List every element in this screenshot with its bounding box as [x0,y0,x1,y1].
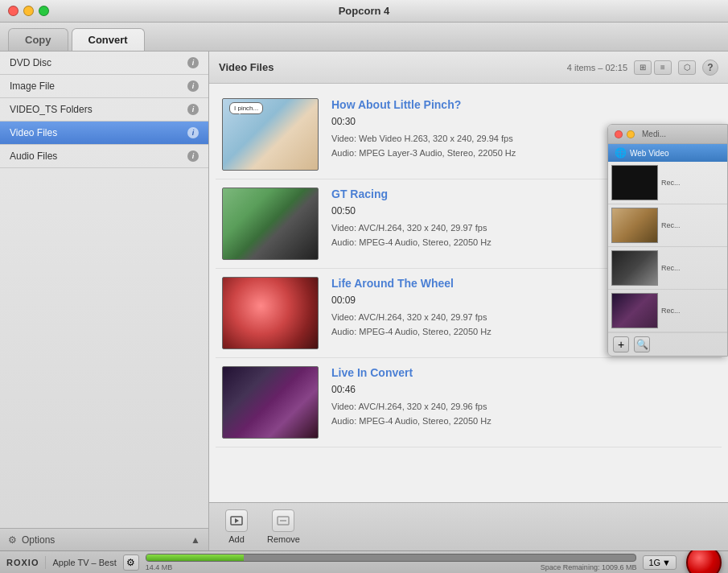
sidebar-item-video-files[interactable]: Video Files i [0,122,208,145]
sidebar-item-image-file[interactable]: Image File i [0,75,208,98]
window-title: Popcorn 4 [339,5,390,17]
list-item[interactable]: Rec... [608,204,727,247]
options-label: Options [22,534,55,546]
status-bar: ROXIO Apple TV – Best ⚙ 14.4 MB Space Re… [0,550,728,573]
media-thumb-label-2: Rec... [661,264,681,272]
media-panel-title-bar: Medi... [608,125,727,144]
options-icon: ⚙ [8,534,17,546]
media-thumb-2 [611,250,658,286]
media-thumb-0 [611,165,658,200]
media-thumb-label-3: Rec... [661,307,681,315]
title-bar: Popcorn 4 [0,0,728,23]
grid-view-button[interactable]: ⊞ [634,60,652,75]
progress-area: 14.4 MB Space Remaining: 1009.6 MB [146,554,637,571]
content-area: DVD Disc i Image File i VIDEO_TS Folders… [0,52,728,550]
list-item[interactable]: Rec... [608,247,727,290]
remove-button[interactable]: Remove [261,506,306,547]
video-info-3: Live In Convert 00:46 Video: AVC/H.264, … [331,366,715,428]
media-panel-close[interactable] [615,130,623,138]
help-button[interactable]: ? [702,60,718,76]
options-bar: ⚙ Options ▲ [0,528,208,550]
media-panel-tab-label: Web Video [630,149,669,158]
sidebar-label-image-file: Image File [10,80,55,92]
main-header: Video Files 4 items – 02:15 ⊞ ≡ ⬡ ? [209,52,728,84]
view-icons: ⊞ ≡ [634,60,672,75]
video-thumbnail-2 [222,277,319,349]
space-remaining: Space Remaining: 1009.6 MB [541,563,637,571]
sidebar-label-video-ts: VIDEO_TS Folders [10,104,93,115]
table-row: Live In Convert 00:46 Video: AVC/H.264, … [216,358,722,447]
globe-icon: 🌐 [615,147,627,159]
close-button[interactable] [8,6,19,16]
video-meta-3: Video: AVC/H.264, 320 x 240, 29.96 fps A… [331,400,715,428]
video-title-3: Live In Convert [331,366,715,379]
list-view-button[interactable]: ≡ [654,60,672,75]
info-icon-video-files[interactable]: i [187,127,199,138]
info-icon-video-ts[interactable]: i [187,104,199,115]
export-button[interactable]: ⬡ [678,60,696,75]
chevron-down-icon: ▼ [662,558,671,567]
media-search-button[interactable]: 🔍 [634,336,650,352]
media-panel-tab[interactable]: 🌐 Web Video [608,144,727,162]
video-thumbnail-1 [222,188,319,260]
sidebar-label-audio-files: Audio Files [10,150,57,162]
svg-marker-1 [235,518,239,523]
remove-label: Remove [267,534,300,544]
media-panel-footer: + 🔍 [608,332,727,356]
add-icon [225,509,248,532]
media-panel-title-text: Medi... [642,130,666,138]
sidebar-item-dvd-disc[interactable]: DVD Disc i [0,52,208,75]
main-header-title: Video Files [219,61,274,73]
sidebar-label-video-files: Video Files [10,127,57,138]
info-icon-audio-files[interactable]: i [187,150,199,162]
sidebar: DVD Disc i Image File i VIDEO_TS Folders… [0,52,209,550]
add-label: Add [228,534,245,544]
settings-button[interactable]: ⚙ [123,554,139,571]
app-container: Copy Convert DVD Disc i Image File i VID… [0,23,728,573]
media-panel: Medi... 🌐 Web Video Rec... Rec... [607,124,728,357]
tab-copy[interactable]: Copy [8,28,68,51]
list-item[interactable]: Rec... [608,162,727,204]
progress-labels: 14.4 MB Space Remaining: 1009.6 MB [146,563,637,571]
media-thumb-label-1: Rec... [661,221,681,229]
media-add-button[interactable]: + [613,336,629,352]
media-thumb-3 [611,293,658,328]
progress-bar-fill [146,554,245,561]
list-item[interactable]: Rec... [608,290,727,332]
bottom-toolbar: Add Remove [209,502,728,550]
video-thumbnail-3 [222,366,319,439]
tab-convert[interactable]: Convert [72,28,145,51]
main-panel: Video Files 4 items – 02:15 ⊞ ≡ ⬡ ? I pi… [209,52,728,550]
collapse-button[interactable]: ▲ [191,534,200,546]
speech-bubble-0: I pinch... [229,102,263,114]
info-icon-image-file[interactable]: i [187,80,199,92]
media-thumbs: Rec... Rec... Rec... Rec... [608,162,727,332]
video-duration-3: 00:46 [331,384,715,395]
media-thumb-1 [611,208,658,243]
video-thumbnail-0: I pinch... [222,98,319,171]
tab-bar: Copy Convert [0,23,728,52]
add-button[interactable]: Add [219,506,254,547]
maximize-button[interactable] [39,6,49,16]
window-controls [8,6,49,16]
info-icon-dvd-disc[interactable]: i [187,57,199,68]
main-header-right: 4 items – 02:15 ⊞ ≡ ⬡ ? [567,60,718,76]
remove-icon [272,509,294,532]
progress-bar [146,554,637,562]
sidebar-item-video-ts-folders[interactable]: VIDEO_TS Folders i [0,98,208,122]
video-title-0: How About Little Pinch? [331,98,715,111]
sidebar-item-audio-files[interactable]: Audio Files i [0,145,208,168]
size-dropdown[interactable]: 1G ▼ [643,555,677,570]
media-panel-minimize[interactable] [627,130,635,138]
minimize-button[interactable] [23,6,34,16]
roxio-logo: ROXIO [6,558,39,567]
media-thumb-label-0: Rec... [661,179,681,187]
progress-size: 14.4 MB [146,563,173,571]
sidebar-label-dvd-disc: DVD Disc [10,57,51,68]
items-count: 4 items – 02:15 [567,63,627,72]
preset-label: Apple TV – Best [52,558,116,567]
